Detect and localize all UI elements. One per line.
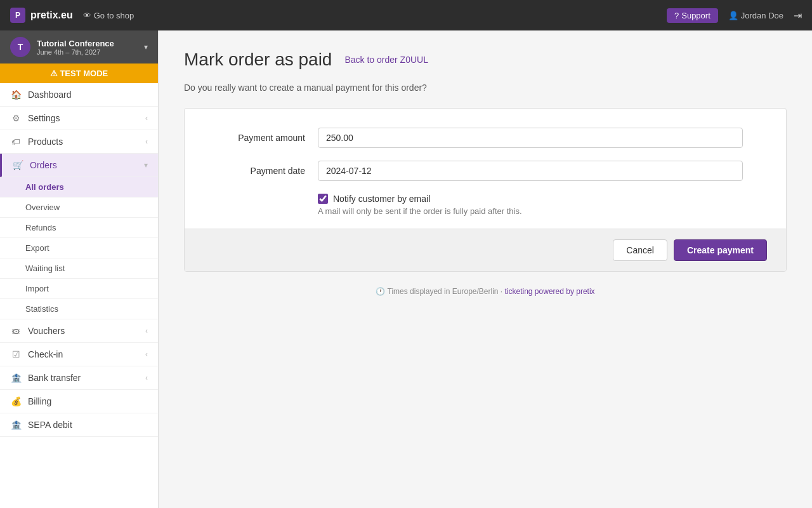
payment-date-input[interactable] — [318, 161, 743, 181]
clock-icon: 🕐 — [376, 287, 385, 296]
vouchers-icon: 🎟 — [10, 326, 22, 336]
support-button[interactable]: ? Support — [667, 8, 718, 23]
shop-icon: 👁 — [83, 11, 91, 20]
create-payment-button[interactable]: Create payment — [674, 239, 767, 261]
payment-form-card: Payment amount Payment date Notify custo… — [184, 108, 787, 272]
sidebar-item-billing[interactable]: 💰 Billing — [0, 390, 158, 413]
footer-info: 🕐 Times displayed in Europe/Berlin · tic… — [184, 287, 787, 296]
back-link[interactable]: Back to order Z0UUL — [344, 55, 428, 65]
sidebar-item-label: Products — [28, 137, 139, 147]
chevron-right-icon: ‹ — [145, 373, 148, 382]
sidebar-item-dashboard[interactable]: 🏠 Dashboard — [0, 83, 158, 107]
support-icon: ? — [674, 11, 679, 20]
page-title: Mark order as paid — [184, 50, 332, 70]
sidebar-item-settings[interactable]: ⚙ Settings ‹ — [0, 107, 158, 130]
billing-icon: 💰 — [10, 396, 22, 406]
products-icon: 🏷 — [10, 137, 22, 147]
sidebar-item-products[interactable]: 🏷 Products ‹ — [0, 130, 158, 154]
payment-amount-input[interactable] — [318, 128, 743, 148]
brand-icon: P — [10, 8, 25, 23]
notify-note: A mail will only be sent if the order is… — [318, 206, 767, 216]
sidebar-sub-item-refunds[interactable]: Refunds — [0, 218, 158, 238]
main-content: Mark order as paid Back to order Z0UUL D… — [159, 30, 812, 508]
sidebar-item-label: Check-in — [28, 349, 139, 359]
sidebar-item-label: Billing — [28, 396, 148, 406]
chevron-down-icon: ▾ — [144, 43, 148, 51]
event-title: Tutorial Conference — [37, 39, 138, 48]
payment-date-group: Payment date — [204, 161, 767, 181]
orders-icon: 🛒 — [12, 160, 23, 170]
sidebar-sub-item-export[interactable]: Export — [0, 238, 158, 258]
sepa-icon: 🏦 — [10, 420, 22, 430]
brand-link[interactable]: P pretix.eu — [10, 8, 73, 23]
sidebar-sub-item-overview[interactable]: Overview — [0, 197, 158, 218]
logout-icon[interactable]: ⇥ — [794, 10, 802, 22]
sidebar-item-label: Bank transfer — [28, 373, 139, 383]
payment-amount-group: Payment amount — [204, 128, 767, 148]
sidebar-item-label: SEPA debit — [28, 420, 148, 430]
sidebar-item-label: Dashboard — [28, 90, 148, 100]
chevron-right-icon: ‹ — [145, 326, 148, 335]
goto-shop-link[interactable]: 👁 Go to shop — [83, 11, 134, 20]
chevron-right-icon: ‹ — [145, 114, 148, 123]
event-date: June 4th – 7th, 2027 — [37, 48, 138, 56]
sidebar-item-bank-transfer[interactable]: 🏦 Bank transfer ‹ — [0, 366, 158, 390]
sidebar-item-vouchers[interactable]: 🎟 Vouchers ‹ — [0, 319, 158, 343]
payment-amount-label: Payment amount — [204, 128, 305, 143]
checkin-icon: ☑ — [10, 349, 22, 359]
sidebar-sub-item-statistics[interactable]: Statistics — [0, 299, 158, 319]
settings-icon: ⚙ — [10, 113, 22, 123]
sidebar-item-label: Orders — [30, 160, 138, 170]
sidebar-item-checkin[interactable]: ☑ Check-in ‹ — [0, 343, 158, 366]
sidebar-sub-item-import[interactable]: Import — [0, 279, 158, 299]
dashboard-icon: 🏠 — [10, 90, 22, 100]
event-icon: T — [10, 37, 30, 57]
sidebar-item-label: Settings — [28, 113, 139, 123]
test-mode-banner: ⚠ TEST MODE — [0, 64, 158, 83]
notify-checkbox-label[interactable]: Notify customer by email — [318, 194, 767, 204]
sidebar: T Tutorial Conference June 4th – 7th, 20… — [0, 30, 159, 508]
event-selector[interactable]: T Tutorial Conference June 4th – 7th, 20… — [0, 30, 158, 64]
sidebar-item-orders[interactable]: 🛒 Orders ▾ — [0, 154, 158, 177]
sidebar-sub-item-all-orders[interactable]: All orders — [0, 177, 158, 197]
sidebar-item-sepa-debit[interactable]: 🏦 SEPA debit — [0, 413, 158, 437]
chevron-down-icon: ▾ — [144, 161, 148, 170]
bank-icon: 🏦 — [10, 373, 22, 383]
page-subtitle: Do you really want to create a manual pa… — [184, 83, 787, 93]
form-footer: Cancel Create payment — [185, 229, 786, 271]
user-icon: 👤 — [728, 11, 738, 20]
chevron-right-icon: ‹ — [145, 350, 148, 359]
user-info: 👤 Jordan Doe — [728, 11, 783, 20]
notify-group: Notify customer by email A mail will onl… — [318, 194, 767, 216]
sidebar-item-label: Vouchers — [28, 326, 139, 336]
payment-date-label: Payment date — [204, 161, 305, 176]
cancel-button[interactable]: Cancel — [613, 239, 667, 261]
chevron-right-icon: ‹ — [145, 137, 148, 146]
powered-link[interactable]: ticketing powered by pretix — [505, 287, 595, 296]
notify-checkbox[interactable] — [318, 194, 328, 204]
sidebar-sub-item-waiting-list[interactable]: Waiting list — [0, 258, 158, 279]
brand-name: pretix.eu — [30, 10, 73, 21]
navbar: P pretix.eu 👁 Go to shop ? Support 👤 Jor… — [0, 0, 812, 30]
page-header: Mark order as paid Back to order Z0UUL — [184, 50, 787, 70]
